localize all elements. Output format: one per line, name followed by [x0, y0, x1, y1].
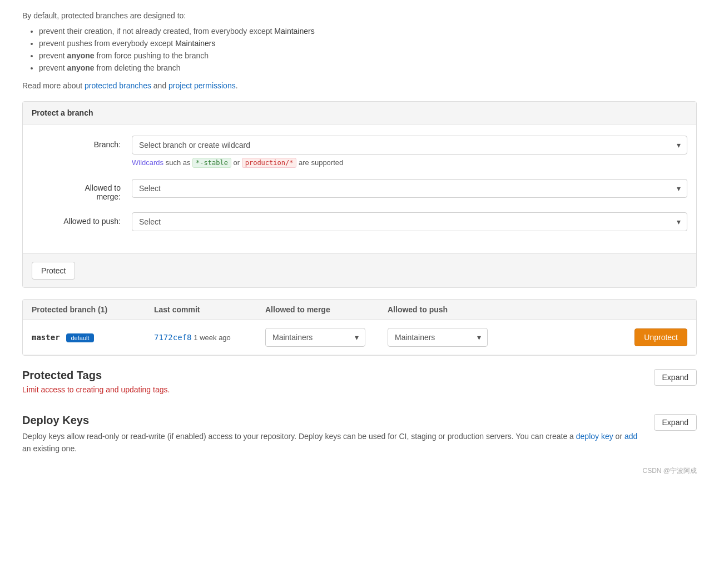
project-permissions-link[interactable]: project permissions: [168, 81, 236, 90]
protect-branch-title: Protect a branch: [32, 108, 93, 117]
bullet-item-3: prevent anyone from force pushing to the…: [39, 51, 697, 60]
protect-button[interactable]: Protect: [32, 262, 75, 280]
merge-row-select-wrapper: Maintainers: [265, 328, 365, 347]
branch-form-row: Branch: Select branch or create wildcard…: [32, 136, 687, 168]
table-header: Protected branch (1) Last commit Allowed…: [23, 300, 696, 320]
wildcard-hint: Wildcards such as *-stable or production…: [132, 158, 687, 168]
table-header-merge: Allowed to merge: [265, 305, 388, 314]
deploy-keys-section: Deploy Keys Deploy keys allow read-only …: [22, 414, 697, 455]
table-header-commit: Last commit: [154, 305, 265, 314]
default-badge: default: [66, 333, 93, 342]
push-select[interactable]: Select: [132, 212, 687, 231]
add-existing-key-link[interactable]: add: [624, 432, 637, 441]
wildcards-link[interactable]: Wildcards: [132, 158, 163, 167]
protected-branches-link[interactable]: protected branches: [85, 81, 151, 90]
table-cell-merge: Maintainers: [265, 328, 388, 347]
branch-label: Branch:: [32, 136, 132, 149]
bullet-item-2: prevent pushes from everybody except Mai…: [39, 39, 697, 48]
merge-form-row: Allowed tomerge: Select: [32, 179, 687, 201]
bullet-item-1: prevent their creation, if not already c…: [39, 27, 697, 36]
push-form-row: Allowed to push: Select: [32, 212, 687, 231]
push-row-select-wrapper: Maintainers: [388, 328, 488, 347]
deploy-keys-content: Deploy Keys Deploy keys allow read-only …: [22, 414, 643, 455]
merge-label: Allowed tomerge:: [32, 179, 132, 201]
table-cell-commit: 7172cef8 1 week ago: [154, 333, 265, 342]
unprotect-button[interactable]: Unprotect: [634, 328, 687, 346]
deploy-key-link[interactable]: deploy key: [576, 432, 613, 441]
push-select-wrapper: Select: [132, 212, 687, 231]
bullet-item-4: prevent anyone from deleting the branch: [39, 63, 697, 72]
table-header-action: [510, 305, 687, 314]
branch-name: master: [32, 333, 60, 342]
protect-branch-panel-header: Protect a branch: [23, 102, 696, 124]
read-more-text: Read more about protected branches and p…: [22, 81, 697, 90]
table-cell-branch: master default: [32, 333, 154, 342]
merge-row-select[interactable]: Maintainers: [265, 328, 365, 347]
branch-select-wrapper: Select branch or create wildcard: [132, 136, 687, 155]
protect-branch-body: Branch: Select branch or create wildcard…: [23, 124, 696, 253]
table-cell-action: Unprotect: [510, 328, 687, 346]
protected-tags-desc: Limit access to creating and updating ta…: [22, 385, 643, 394]
table-cell-push: Maintainers: [388, 328, 510, 347]
push-label: Allowed to push:: [32, 212, 132, 226]
table-header-push: Allowed to push: [388, 305, 510, 314]
protected-tags-content: Protected Tags Limit access to creating …: [22, 369, 643, 403]
merge-select[interactable]: Select: [132, 179, 687, 198]
protected-branches-table: Protected branch (1) Last commit Allowed…: [22, 299, 697, 356]
bullet-list: prevent their creation, if not already c…: [39, 27, 697, 72]
merge-select-wrapper: Select: [132, 179, 687, 198]
branch-select[interactable]: Select branch or create wildcard: [132, 136, 687, 155]
deploy-keys-title: Deploy Keys: [22, 414, 643, 427]
watermark: CSDN @宁波阿成: [22, 466, 697, 476]
wildcard-code1: *-stable: [192, 158, 231, 168]
push-row-select[interactable]: Maintainers: [388, 328, 488, 347]
wildcard-code2: production/*: [242, 158, 297, 168]
protect-branch-panel: Protect a branch Branch: Select branch o…: [22, 101, 697, 288]
commit-time: 1 week ago: [194, 333, 231, 342]
table-header-branch: Protected branch (1): [32, 305, 154, 314]
protect-branch-footer: Protect: [23, 253, 696, 287]
table-row: master default 7172cef8 1 week ago Maint…: [23, 320, 696, 355]
intro-text: By default, protected branches are desig…: [22, 11, 697, 20]
deploy-keys-desc: Deploy keys allow read-only or read-writ…: [22, 430, 643, 455]
wildcard-suffix: are supported: [299, 158, 343, 167]
deploy-keys-expand-button[interactable]: Expand: [654, 414, 697, 431]
protected-tags-section: Protected Tags Limit access to creating …: [22, 369, 697, 403]
commit-link[interactable]: 7172cef8: [154, 333, 191, 342]
protected-tags-title: Protected Tags: [22, 369, 643, 382]
branch-form-control: Select branch or create wildcard Wildcar…: [132, 136, 687, 168]
protected-tags-expand-button[interactable]: Expand: [654, 369, 697, 386]
push-form-control: Select: [132, 212, 687, 231]
merge-form-control: Select: [132, 179, 687, 198]
